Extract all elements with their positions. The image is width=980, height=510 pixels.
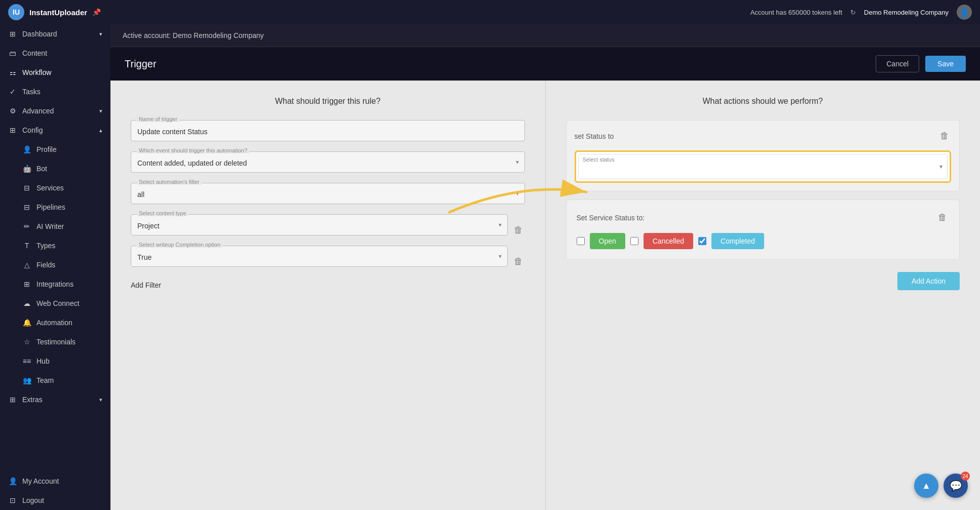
sidebar-item-testimonials[interactable]: ☆ Testimonials bbox=[0, 332, 110, 351]
completed-checkbox[interactable] bbox=[698, 237, 706, 245]
sidebar-item-bot[interactable]: 🤖 Bot bbox=[0, 159, 110, 178]
right-section-title: What actions should we perform? bbox=[566, 97, 960, 106]
main-layout: ⊞ Dashboard ▾ 🗃 Content ⚏ Workflow ✓ Tas… bbox=[0, 24, 980, 510]
my-account-icon: 👤 bbox=[8, 477, 17, 486]
add-action-row: Add Action bbox=[566, 272, 960, 290]
pin-icon[interactable]: 📌 bbox=[92, 8, 101, 16]
service-status-card: Set Service Status to: 🗑 Open Cancelled … bbox=[566, 200, 960, 260]
sidebar: ⊞ Dashboard ▾ 🗃 Content ⚏ Workflow ✓ Tas… bbox=[0, 24, 110, 510]
content-icon: 🗃 bbox=[8, 49, 17, 58]
sidebar-label-my-account: My Account bbox=[22, 477, 59, 485]
completed-button[interactable]: Completed bbox=[711, 233, 764, 249]
chat-button[interactable]: 💬 24 bbox=[944, 474, 968, 498]
sidebar-label-profile: Profile bbox=[36, 145, 57, 153]
writeup-delete-button[interactable]: 🗑 bbox=[512, 254, 525, 269]
set-status-delete-button[interactable]: 🗑 bbox=[938, 129, 951, 143]
set-status-title: set Status to bbox=[575, 132, 614, 140]
avatar-icon: 👤 bbox=[959, 8, 969, 17]
name-of-trigger-field: Name of trigger bbox=[131, 120, 525, 141]
sidebar-label-workflow: Workflow bbox=[22, 68, 51, 76]
sidebar-item-config[interactable]: ⊞ Config ▴ bbox=[0, 121, 110, 140]
sidebar-label-config: Config bbox=[22, 126, 43, 134]
sidebar-item-profile[interactable]: 👤 Profile bbox=[0, 140, 110, 159]
select-status-dropdown[interactable] bbox=[579, 163, 948, 179]
content-type-select[interactable]: Project bbox=[131, 214, 508, 236]
config-icon: ⊞ bbox=[8, 126, 17, 135]
add-filter-link[interactable]: Add Filter bbox=[131, 281, 161, 289]
status-buttons: Open Cancelled Completed bbox=[577, 233, 950, 249]
add-action-button[interactable]: Add Action bbox=[897, 272, 960, 290]
profile-icon: 👤 bbox=[22, 145, 31, 154]
scroll-up-icon: ▲ bbox=[922, 481, 931, 491]
form-right: What actions should we perform? set Stat… bbox=[546, 81, 981, 510]
automation-filter-field: Select automation's filter all ▾ bbox=[131, 183, 525, 204]
bot-icon: 🤖 bbox=[22, 164, 31, 173]
sidebar-item-services[interactable]: ⊟ Services bbox=[0, 178, 110, 198]
content-type-delete-button[interactable]: 🗑 bbox=[512, 223, 525, 238]
ai-writer-icon: ✏ bbox=[22, 222, 31, 231]
sidebar-item-tasks[interactable]: ✓ Tasks bbox=[0, 82, 110, 101]
sidebar-item-logout[interactable]: ⊡ Logout bbox=[0, 491, 110, 510]
top-header: IU InstantUploader 📌 Account has 650000 … bbox=[0, 0, 980, 24]
sidebar-label-fields: Fields bbox=[36, 261, 55, 269]
sidebar-label-advanced: Advanced bbox=[22, 107, 54, 115]
name-of-trigger-input[interactable] bbox=[131, 120, 525, 141]
sidebar-item-team[interactable]: 👥 Team bbox=[0, 371, 110, 390]
sidebar-item-types[interactable]: T Types bbox=[0, 236, 110, 255]
open-checkbox[interactable] bbox=[577, 237, 585, 245]
team-icon: 👥 bbox=[22, 376, 31, 385]
sidebar-item-integrations[interactable]: ⊞ Integrations bbox=[0, 274, 110, 294]
hub-icon: ≡≡ bbox=[22, 357, 31, 366]
secondary-header: Active account: Demo Remodeling Company bbox=[110, 24, 980, 47]
sidebar-item-advanced[interactable]: ⚙ Advanced ▾ bbox=[0, 101, 110, 121]
active-account-text: Active account: Demo Remodeling Company bbox=[123, 31, 264, 40]
service-status-title: Set Service Status to: bbox=[577, 214, 645, 222]
which-event-select[interactable]: Content added, updated or deleted bbox=[131, 151, 525, 173]
service-status-header: Set Service Status to: 🗑 bbox=[577, 210, 950, 225]
sidebar-label-types: Types bbox=[36, 242, 55, 250]
sidebar-item-web-connect[interactable]: ☁ Web Connect bbox=[0, 294, 110, 313]
set-status-card: set Status to 🗑 Select status bbox=[566, 120, 960, 191]
set-status-header: set Status to 🗑 bbox=[575, 129, 952, 143]
sidebar-item-pipelines[interactable]: ⊟ Pipelines bbox=[0, 198, 110, 217]
content-type-label: Select content type bbox=[137, 210, 189, 216]
sidebar-item-ai-writer[interactable]: ✏ AI Writer bbox=[0, 217, 110, 236]
cancelled-checkbox[interactable] bbox=[630, 237, 638, 245]
trigger-actions: Cancel Save bbox=[876, 55, 966, 72]
advanced-icon: ⚙ bbox=[8, 106, 17, 115]
writeup-select[interactable]: True bbox=[131, 246, 508, 267]
tasks-icon: ✓ bbox=[8, 87, 17, 96]
open-button[interactable]: Open bbox=[590, 233, 625, 249]
sidebar-item-dashboard[interactable]: ⊞ Dashboard ▾ bbox=[0, 24, 110, 44]
trigger-title: Trigger bbox=[125, 58, 157, 70]
sidebar-item-automation[interactable]: 🔔 Automation bbox=[0, 313, 110, 332]
integrations-icon: ⊞ bbox=[22, 280, 31, 289]
avatar[interactable]: 👤 bbox=[957, 5, 972, 20]
sidebar-label-extras: Extras bbox=[22, 396, 43, 404]
sidebar-item-my-account[interactable]: 👤 My Account bbox=[0, 472, 110, 491]
chat-icon: 💬 bbox=[950, 480, 962, 492]
service-status-delete-button[interactable]: 🗑 bbox=[936, 210, 949, 225]
sidebar-label-web-connect: Web Connect bbox=[36, 299, 80, 307]
sidebar-item-fields[interactable]: △ Fields bbox=[0, 255, 110, 274]
sidebar-item-content[interactable]: 🗃 Content bbox=[0, 44, 110, 63]
cancel-button[interactable]: Cancel bbox=[876, 55, 919, 72]
sidebar-item-workflow[interactable]: ⚏ Workflow bbox=[0, 63, 110, 82]
header-right: Account has 650000 tokens left ↻ Demo Re… bbox=[750, 5, 972, 20]
trigger-bar: Trigger Cancel Save bbox=[110, 47, 980, 81]
sidebar-item-extras[interactable]: ⊞ Extras ▾ bbox=[0, 390, 110, 409]
chevron-down-icon-extras: ▾ bbox=[99, 397, 102, 403]
sidebar-label-testimonials: Testimonials bbox=[36, 338, 76, 346]
form-columns: What should trigger this rule? Name of t… bbox=[110, 81, 980, 510]
save-button[interactable]: Save bbox=[925, 56, 966, 72]
sidebar-label-logout: Logout bbox=[22, 496, 44, 504]
cancelled-button[interactable]: Cancelled bbox=[644, 233, 693, 249]
sidebar-label-automation: Automation bbox=[36, 319, 72, 327]
scroll-top-button[interactable]: ▲ bbox=[914, 474, 938, 498]
automation-icon: 🔔 bbox=[22, 318, 31, 327]
refresh-icon[interactable]: ↻ bbox=[850, 9, 856, 16]
logout-icon: ⊡ bbox=[8, 496, 17, 505]
sidebar-item-hub[interactable]: ≡≡ Hub bbox=[0, 351, 110, 371]
filter-select[interactable]: all bbox=[131, 183, 525, 204]
sidebar-label-team: Team bbox=[36, 376, 54, 384]
